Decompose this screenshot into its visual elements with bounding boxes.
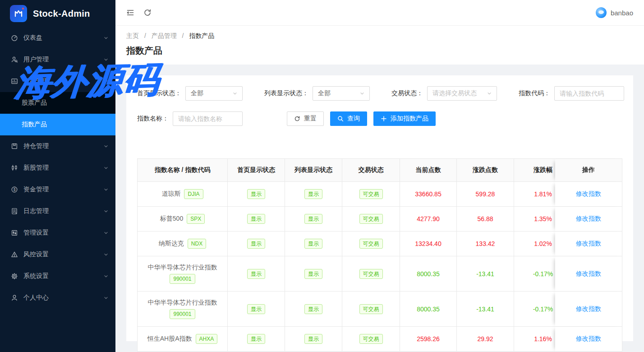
filter-index-name: 指数名称： xyxy=(137,111,243,126)
table-row: 纳斯达克NDX显示显示可交易13234.40133.421.02%修改指数 xyxy=(138,232,622,256)
sidebar-item-system-settings[interactable]: 系统设置 xyxy=(0,265,115,287)
list-display-value: 全部 xyxy=(318,89,331,97)
table-header: 首页显示状态 xyxy=(228,159,285,182)
trade-status-tag: 可交易 xyxy=(359,214,383,224)
sidebar: Stock-Admin 仪表盘用户管理产品管理股票产品指数产品持仓管理新股管理$… xyxy=(0,0,115,352)
index-name-input[interactable] xyxy=(173,111,243,126)
index-code-tag: 990001 xyxy=(170,274,195,284)
sidebar-item-profile-center[interactable]: 个人中心 xyxy=(0,287,115,309)
trade-status-select[interactable]: 请选择交易状态 xyxy=(427,86,497,101)
app-logo-icon xyxy=(10,5,27,22)
current-points: 8000.35 xyxy=(400,256,457,292)
sidebar-item-label: 新股管理 xyxy=(23,164,104,172)
breadcrumb-separator: / xyxy=(182,32,184,39)
filter-form: 首页显示状态： 全部 列表显示状态： 全部 xyxy=(137,86,622,126)
funds-icon: $ xyxy=(11,186,18,193)
edit-index-link[interactable]: 修改指数 xyxy=(576,190,601,197)
index-code-input[interactable] xyxy=(554,86,624,101)
list-display-status-tag: 显示 xyxy=(304,214,322,224)
sidebar-item-user-management[interactable]: 用户管理 xyxy=(0,49,115,70)
add-index-button-label: 添加指数产品 xyxy=(391,115,428,123)
chevron-down-icon xyxy=(104,187,108,192)
menu-fold-icon[interactable] xyxy=(126,9,134,17)
sidebar-item-label: 风控设置 xyxy=(23,250,104,259)
chevron-down-icon xyxy=(360,91,364,96)
edit-index-link[interactable]: 修改指数 xyxy=(576,240,601,247)
filter-trade-status: 交易状态： 请选择交易状态 xyxy=(391,86,497,101)
chevron-down-icon xyxy=(104,166,108,170)
chevron-down-icon xyxy=(487,91,492,96)
index-name: 中华半导体芯片行业指数 xyxy=(148,299,217,307)
edit-index-link[interactable]: 修改指数 xyxy=(576,305,601,312)
breadcrumb-product-management[interactable]: 产品管理 xyxy=(152,32,177,39)
index-name: 纳斯达克 xyxy=(159,240,184,248)
main-area: banbao 主页 / 产品管理 / 指数产品 指数产品 首页显示状态： xyxy=(115,0,644,352)
sidebar-item-stock-product[interactable]: 股票产品 xyxy=(0,92,115,114)
list-display-status-tag: 显示 xyxy=(304,269,322,279)
reset-button[interactable]: 重置 xyxy=(287,111,324,126)
table-header: 操作 xyxy=(555,159,622,182)
chevron-down-icon xyxy=(104,274,108,278)
breadcrumb: 主页 / 产品管理 / 指数产品 xyxy=(126,32,633,40)
profile-icon xyxy=(11,294,18,301)
index-table: 指数名称 / 指数代码首页显示状态列表显示状态交易状态当前点数涨跌点数涨跌幅操作… xyxy=(137,158,622,352)
username: banbao xyxy=(611,9,633,17)
list-display-select[interactable]: 全部 xyxy=(313,86,370,101)
card: 首页显示状态： 全部 列表显示状态： 全部 xyxy=(126,75,633,341)
home-display-status-tag: 显示 xyxy=(247,239,265,249)
user-menu[interactable]: banbao xyxy=(596,7,633,18)
brand[interactable]: Stock-Admin xyxy=(0,0,115,27)
add-index-button[interactable]: 添加指数产品 xyxy=(373,111,436,126)
table-row: 中华半导体芯片行业指数990001显示显示可交易8000.35-13.41-0.… xyxy=(138,292,622,327)
trade-status-placeholder: 请选择交易状态 xyxy=(432,89,477,97)
sidebar-item-new-stock-management[interactable]: 新股管理 xyxy=(0,157,115,179)
change-points: 29.92 xyxy=(457,327,514,352)
home-display-value: 全部 xyxy=(191,89,203,97)
filter-list-display-label: 列表显示状态： xyxy=(264,89,308,97)
breadcrumb-home[interactable]: 主页 xyxy=(126,32,139,39)
edit-index-link[interactable]: 修改指数 xyxy=(576,270,601,277)
index-code-tag: SPX xyxy=(187,214,205,224)
home-display-select[interactable]: 全部 xyxy=(185,86,243,101)
topbar: banbao xyxy=(115,0,644,26)
edit-index-link[interactable]: 修改指数 xyxy=(576,335,601,342)
breadcrumb-separator: / xyxy=(144,32,146,39)
index-code-tag: DJIA xyxy=(184,189,203,199)
sidebar-item-label: 个人中心 xyxy=(23,294,104,302)
list-display-status-tag: 显示 xyxy=(304,304,322,314)
index-name: 标普500 xyxy=(160,215,183,223)
sidebar-item-dashboard[interactable]: 仪表盘 xyxy=(0,27,115,49)
sidebar-item-index-product[interactable]: 指数产品 xyxy=(0,114,115,135)
sidebar-item-funds-management[interactable]: $资金管理 xyxy=(0,179,115,200)
reload-icon[interactable] xyxy=(143,9,152,17)
avatar xyxy=(596,7,607,18)
breadcrumb-current: 指数产品 xyxy=(189,32,214,39)
edit-index-link[interactable]: 修改指数 xyxy=(576,215,601,222)
trade-status-tag: 可交易 xyxy=(359,304,383,314)
trade-status-tag: 可交易 xyxy=(359,269,383,279)
list-display-status-tag: 显示 xyxy=(304,239,322,249)
logs-icon xyxy=(11,208,18,215)
sidebar-item-admin-settings[interactable]: 管理设置 xyxy=(0,222,115,244)
redo-icon xyxy=(294,116,300,122)
chevron-down-icon xyxy=(104,144,108,148)
dashboard-icon xyxy=(11,34,18,42)
chevron-down-icon xyxy=(104,231,108,235)
sidebar-item-log-management[interactable]: 日志管理 xyxy=(0,200,115,222)
sidebar-menu: 仪表盘用户管理产品管理股票产品指数产品持仓管理新股管理$资金管理日志管理管理设置… xyxy=(0,27,115,352)
search-button[interactable]: 查询 xyxy=(330,111,367,126)
table-row: 道琼斯DJIA显示显示可交易33660.85599.281.81%修改指数 xyxy=(138,182,622,207)
index-code-tag: 990001 xyxy=(170,309,195,319)
filter-index-code-label: 指数代码： xyxy=(519,89,550,97)
home-display-status-tag: 显示 xyxy=(247,214,265,224)
sidebar-item-label: 日志管理 xyxy=(23,207,104,215)
chevron-down-icon xyxy=(104,79,108,83)
sidebar-item-label: 持仓管理 xyxy=(23,142,104,150)
search-icon xyxy=(337,116,344,122)
search-button-label: 查询 xyxy=(347,115,360,123)
sidebar-item-risk-settings[interactable]: 风控设置 xyxy=(0,244,115,265)
sidebar-item-position-management[interactable]: 持仓管理 xyxy=(0,135,115,157)
chevron-down-icon xyxy=(104,209,108,213)
table-header: 涨跌点数 xyxy=(457,159,514,182)
sidebar-item-product-management[interactable]: 产品管理 xyxy=(0,70,115,92)
